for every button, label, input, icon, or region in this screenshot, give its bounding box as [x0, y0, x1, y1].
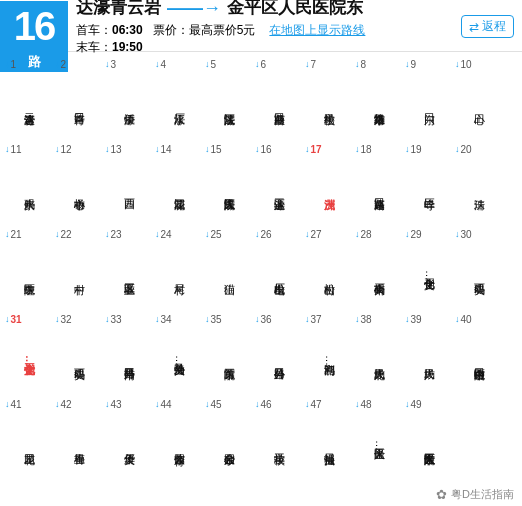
stop-number: 24 — [161, 229, 172, 240]
stop-cell[interactable]: ↓17茂洲 — [304, 143, 354, 226]
direction-arrow: ↓ — [55, 400, 60, 410]
stop-cell[interactable]: ↓32西堤码头 — [54, 313, 104, 396]
stops-row-1: ↓1达濠青云岩↓2青云路口↓3濠江侨中↓4濠江水厂↓5濠江区法院↓6商业慕路口↓… — [4, 58, 518, 141]
stop-cell[interactable]: ↓29金平文化创… — [404, 228, 454, 311]
stop-number: 25 — [211, 229, 222, 240]
direction-arrow: ↓ — [405, 400, 410, 410]
direction-arrow: ↓ — [155, 60, 160, 70]
stop-cell[interactable]: ↓35市第三医院 — [204, 313, 254, 396]
stop-cell[interactable]: ↓16达濠工业区 — [254, 143, 304, 226]
stop-cell[interactable]: ↓8东港红路市场 — [354, 58, 404, 141]
stop-cell[interactable]: ↓2青云路口 — [54, 58, 104, 141]
direction-arrow: ↓ — [255, 60, 260, 70]
stop-cell[interactable]: ↓36外马公路口 — [254, 313, 304, 396]
direction-arrow: ↓ — [405, 315, 410, 325]
direction-arrow: ↓ — [205, 400, 210, 410]
stop-number: 6 — [261, 59, 267, 70]
stop-name: 濠江人民医院 — [222, 155, 235, 225]
stop-cell[interactable]: ↓34汕头外马路文… — [154, 313, 204, 396]
stop-cell[interactable]: ↓4濠江水厂 — [154, 58, 204, 141]
stop-cell[interactable]: ↓13西园 — [104, 143, 154, 226]
return-button[interactable]: ⇄ 返程 — [461, 15, 514, 38]
stop-name: 濠江区法院 — [222, 70, 235, 140]
stop-number: 32 — [61, 314, 72, 325]
stop-number: 2 — [61, 59, 67, 70]
stop-name: 外马公路口 — [272, 325, 285, 395]
stop-number: 43 — [111, 399, 122, 410]
stop-cell[interactable]: ↓44体育公园东 — [154, 398, 204, 481]
stop-cell[interactable]: ↓15濠江人民医院 — [204, 143, 254, 226]
stop-number: 28 — [361, 229, 372, 240]
stop-cell[interactable]: ↓3濠江侨中 — [104, 58, 154, 141]
stop-number: 29 — [411, 229, 422, 240]
stops-row-2: ↓11水产码头↓12中心市场↓13西园↓14濠江花园↓15濠江人民医院↓16达濠… — [4, 143, 518, 226]
stop-name: 华侨大厦 — [122, 410, 135, 480]
stop-name: 松山村 — [322, 240, 335, 310]
stop-number: 17 — [311, 144, 322, 155]
stop-number: 20 — [461, 144, 472, 155]
map-link[interactable]: 在地图上显示路线 — [269, 22, 365, 39]
stop-cell[interactable]: ↓43华侨大厦 — [104, 398, 154, 481]
stop-cell[interactable]: ↓47汕头日报社 — [304, 398, 354, 481]
stop-cell[interactable]: ↓38人民广场北 — [354, 313, 404, 396]
stop-cell[interactable]: ↓27松山村 — [304, 228, 354, 311]
stop-cell[interactable]: ↓10田心 — [454, 58, 504, 141]
stop-cell[interactable]: ↓1达濠青云岩 — [4, 58, 54, 141]
stop-number: 12 — [61, 144, 72, 155]
stop-cell[interactable]: ↓14濠江花园 — [154, 143, 204, 226]
stop-cell[interactable]: ↓42春梅里 — [54, 398, 104, 481]
direction-arrow: ↓ — [305, 400, 310, 410]
stop-cell[interactable]: ↓39人民广场 — [404, 313, 454, 396]
stop-cell[interactable]: ↓26松山发电厂 — [254, 228, 304, 311]
header-middle: 达濠青云岩 ——→ 金平区人民医院东 首车：06:30 票价：最高票价5元 在地… — [68, 0, 453, 56]
stop-cell[interactable]: ↓22中村 — [54, 228, 104, 311]
stop-cell[interactable]: ↓21珠中医院 — [4, 228, 54, 311]
direction-arrow: ↓ — [155, 400, 160, 410]
stop-name: 花园里 — [22, 410, 35, 480]
stop-number: 47 — [311, 399, 322, 410]
stop-cell[interactable]: ↓49金平区人民医院东 — [404, 398, 454, 481]
stop-cell[interactable]: ↓19巨峰寺 — [404, 143, 454, 226]
stop-name: 金平文化创… — [422, 240, 435, 310]
stop-name: 濠江侨中 — [122, 70, 135, 140]
stop-name: 达濠青云岩 — [22, 70, 35, 140]
stop-cell[interactable]: ↓9东门口 — [404, 58, 454, 141]
stop-number: 1 — [11, 59, 17, 70]
stop-cell[interactable]: ↓28碣石大桥南 — [354, 228, 404, 311]
stop-name: 人民广场 — [422, 325, 435, 395]
stop-cell[interactable]: ↓30西堤码头 — [454, 228, 504, 311]
stop-number: 33 — [111, 314, 122, 325]
stop-cell[interactable]: ↓45金砂公园东 — [204, 398, 254, 481]
stop-cell[interactable]: ↓7民生学校 — [304, 58, 354, 141]
stop-name: 体育公园东 — [172, 410, 185, 480]
stop-cell[interactable]: ↓40市中医院中山路口 — [454, 313, 504, 396]
stop-cell[interactable]: ↓6商业慕路口 — [254, 58, 304, 141]
stop-number: 34 — [161, 314, 172, 325]
stop-cell[interactable]: ↓31金平文化创… — [4, 313, 54, 396]
stop-cell[interactable]: ↓5濠江区法院 — [204, 58, 254, 141]
stop-number: 3 — [111, 59, 117, 70]
stop-name: 东港红路市场 — [372, 70, 385, 140]
return-label: 返程 — [482, 18, 506, 35]
direction-arrow: ↓ — [5, 145, 10, 155]
stop-cell[interactable]: ↓23三联工业区 — [104, 228, 154, 311]
stop-number: 36 — [261, 314, 272, 325]
stop-cell[interactable]: ↓24尾村 — [154, 228, 204, 311]
stop-name: 东门口 — [422, 70, 435, 140]
stop-number: 27 — [311, 229, 322, 240]
stop-cell[interactable]: ↓25猫山 — [204, 228, 254, 311]
stop-number: 42 — [61, 399, 72, 410]
stop-cell[interactable]: ↓33南平外马路口 — [104, 313, 154, 396]
return-icon: ⇄ — [469, 20, 479, 34]
stop-cell[interactable]: ↓37利鸿嘉门… — [304, 313, 354, 396]
stop-cell[interactable]: ↓18幕高速路口 — [354, 143, 404, 226]
stop-cell[interactable]: ↓11水产码头 — [4, 143, 54, 226]
stop-number: 8 — [361, 59, 367, 70]
stop-name: 三联工业区 — [122, 240, 135, 310]
direction-arrow: ↓ — [355, 400, 360, 410]
stop-cell[interactable]: ↓12中心市场 — [54, 143, 104, 226]
stop-cell[interactable]: ↓20珠清 — [454, 143, 504, 226]
stop-cell[interactable]: ↓41花园里 — [4, 398, 54, 481]
stop-cell[interactable]: ↓48金平区人民… — [354, 398, 404, 481]
stop-cell[interactable]: ↓46技工学校 — [254, 398, 304, 481]
